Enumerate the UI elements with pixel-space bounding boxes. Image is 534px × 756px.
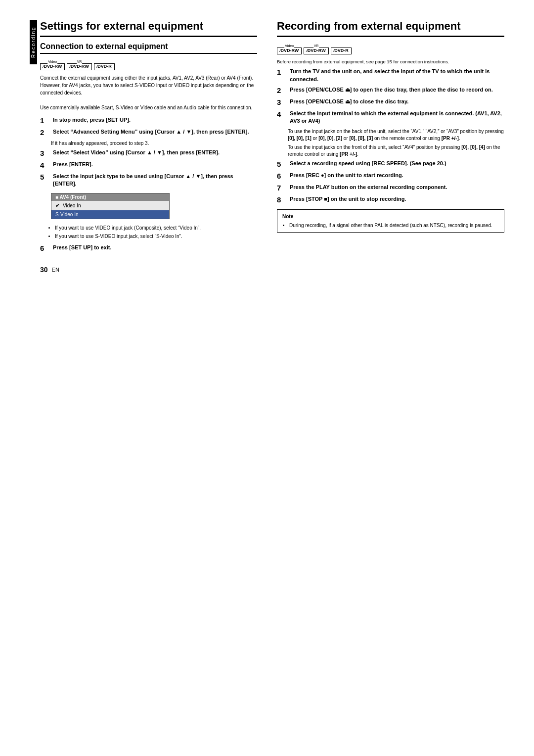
note-list: During recording, if a signal other than… xyxy=(282,222,499,229)
r-step-7-text: Press the PLAY button on the external re… xyxy=(290,184,504,191)
video-jack-bullets: If you want to use VIDEO input jack (Com… xyxy=(55,224,257,240)
dvd-badge-r-top-video: Video xyxy=(284,44,294,48)
step-2-sub: If it has already appeared, proceed to s… xyxy=(51,140,257,147)
dvd-badge-r-wrap-2: VR ⁄DVD-RW xyxy=(304,42,328,54)
r-step-7: 7 Press the PLAY button on the external … xyxy=(277,184,504,192)
left-main: Settings for external equipment Connecti… xyxy=(40,20,257,274)
dvd-badge-label-3: ⁄DVD-R xyxy=(97,64,112,69)
r-step-1-text: Turn the TV and the unit on, and select … xyxy=(290,68,504,83)
step-6: 6 Press [SET UP] to exit. xyxy=(40,244,257,253)
r-step-4-sub2: To use the input jacks on the front of t… xyxy=(288,144,504,158)
r-step-7-num: 7 xyxy=(277,184,288,192)
dvd-badge-wrap-3: ⁄DVD-R xyxy=(94,58,115,70)
dvd-badge-r-dvd-r: ⁄DVD-R xyxy=(331,47,352,54)
step-2-text: Select “Advanced Setting Menu” using [Cu… xyxy=(53,128,257,136)
dvd-badges-right: Video ⁄DVD-RW VR ⁄DVD-RW ⁄DVD-R xyxy=(277,42,504,54)
right-section-title: Recording from external equipment xyxy=(277,20,504,37)
main-section-title: Settings for external equipment xyxy=(40,20,257,37)
r-step-6: 6 Press [REC ●] on the unit to start rec… xyxy=(277,172,504,181)
step-2: 2 Select “Advanced Setting Menu” using [… xyxy=(40,128,257,137)
r-step-5-text: Select a recording speed using [REC SPEE… xyxy=(290,160,504,167)
bullet-video-in: If you want to use VIDEO input jack (Com… xyxy=(55,224,257,232)
r-step-2: 2 Press [OPEN/CLOSE ⏏] to open the disc … xyxy=(277,86,504,95)
dvd-badge-r-label-2: ⁄DVD-RW xyxy=(307,48,325,53)
step-5-num: 5 xyxy=(40,173,51,182)
intro-text: Connect the external equipment using eit… xyxy=(40,74,257,111)
step-6-text: Press [SET UP] to exit. xyxy=(53,244,257,251)
dvd-badge-r-vr-rw: VR ⁄DVD-RW xyxy=(304,47,328,54)
dvd-badge-label-2: ⁄DVD-RW xyxy=(70,64,89,69)
step-5-text: Select the input jack type to be used us… xyxy=(53,173,257,188)
r-step-4-sub1: To use the input jacks on the back of th… xyxy=(288,128,504,142)
r-step-8: 8 Press [STOP ■] on the unit to stop rec… xyxy=(277,195,504,204)
page: Recording Settings for external equipmen… xyxy=(0,0,534,756)
step-1-text: In stop mode, press [SET UP]. xyxy=(53,116,257,124)
dvd-badge-top-video: Video xyxy=(47,60,57,64)
r-step-3-num: 3 xyxy=(277,98,288,107)
sub-section-title: Connection to external equipment xyxy=(40,42,257,54)
r-step-4: 4 Select the input terminal to which the… xyxy=(277,110,504,125)
step-3-text: Select “Select Video” using [Cursor ▲ / … xyxy=(53,149,257,156)
page-num-value: 30 xyxy=(40,266,48,274)
side-label: Recording xyxy=(30,20,37,64)
r-step-2-num: 2 xyxy=(277,86,288,95)
dvd-badge-r-wrap-1: Video ⁄DVD-RW xyxy=(277,42,302,54)
r-step-1: 1 Turn the TV and the unit on, and selec… xyxy=(277,68,504,83)
screen-item-video-label: Video In xyxy=(63,203,81,208)
page-number: 30 EN xyxy=(40,256,257,274)
screen-mockup: ■ AV4 (Front) ✔ Video In S-Video In xyxy=(51,193,170,219)
right-column: Recording from external equipment Video … xyxy=(277,20,504,736)
dvd-badge-vr-rw: VR ⁄DVD-RW xyxy=(67,63,91,70)
r-step-6-text: Press [REC ●] on the unit to start recor… xyxy=(290,172,504,179)
dvd-badge-r-wrap-3: ⁄DVD-R xyxy=(331,42,352,54)
bullet-svideo-in: If you want to use S-VIDEO input jack, s… xyxy=(55,233,257,240)
step-4-num: 4 xyxy=(40,161,51,170)
dvd-badge-wrap-2: VR ⁄DVD-RW xyxy=(67,58,91,70)
two-column-layout: Recording Settings for external equipmen… xyxy=(30,20,504,736)
step-2-num: 2 xyxy=(40,128,51,137)
r-step-3-text: Press [OPEN/CLOSE ⏏] to close the disc t… xyxy=(290,98,504,105)
dvd-badge-r-label-1: ⁄DVD-RW xyxy=(280,48,299,53)
checkmark-icon: ✔ xyxy=(55,202,60,209)
dvd-badge-wrap-1: Video ⁄DVD-RW xyxy=(40,58,65,70)
dvd-badge-video-rw: Video ⁄DVD-RW xyxy=(40,63,65,70)
step-6-num: 6 xyxy=(40,244,51,253)
step-4-text: Press [ENTER]. xyxy=(53,161,257,168)
r-step-1-num: 1 xyxy=(277,68,288,77)
r-step-5-num: 5 xyxy=(277,160,288,169)
screen-title: ■ AV4 (Front) xyxy=(51,193,169,201)
r-step-4-num: 4 xyxy=(277,110,288,119)
note-item-1: During recording, if a signal other than… xyxy=(289,222,499,229)
dvd-badge-r-label-3: ⁄DVD-R xyxy=(334,48,349,53)
dvd-badge-r: ⁄DVD-R xyxy=(94,63,115,70)
screen-item-video-in: ✔ Video In xyxy=(51,201,169,210)
step-4: 4 Press [ENTER]. xyxy=(40,161,257,170)
dvd-badges-left: Video ⁄DVD-RW VR ⁄DVD-RW xyxy=(40,58,257,70)
r-step-2-text: Press [OPEN/CLOSE ⏏] to open the disc tr… xyxy=(290,86,504,94)
right-intro: Before recording from external equipment… xyxy=(277,58,504,65)
page-num-en: EN xyxy=(52,267,59,273)
dvd-badge-r-video-rw: Video ⁄DVD-RW xyxy=(277,47,302,54)
step-5: 5 Select the input jack type to be used … xyxy=(40,173,257,188)
dvd-badge-top-vr: VR xyxy=(77,60,83,64)
dvd-badge-label-1: ⁄DVD-RW xyxy=(43,64,62,69)
r-step-4-text: Select the input terminal to which the e… xyxy=(290,110,504,125)
screen-item-svideo-label: S-Video In xyxy=(55,212,79,217)
r-step-3: 3 Press [OPEN/CLOSE ⏏] to close the disc… xyxy=(277,98,504,107)
left-column: Recording Settings for external equipmen… xyxy=(30,20,257,736)
r-step-8-num: 8 xyxy=(277,195,288,204)
note-box: Note During recording, if a signal other… xyxy=(277,209,504,233)
note-title: Note xyxy=(282,213,499,220)
dvd-badge-r-top-vr: VR xyxy=(313,44,319,48)
step-3-num: 3 xyxy=(40,149,51,158)
r-step-5: 5 Select a recording speed using [REC SP… xyxy=(277,160,504,169)
r-step-6-num: 6 xyxy=(277,172,288,181)
step-3: 3 Select “Select Video” using [Cursor ▲ … xyxy=(40,149,257,158)
r-step-8-text: Press [STOP ■] on the unit to stop recor… xyxy=(290,195,504,203)
screen-item-svideo-in: S-Video In xyxy=(51,210,169,219)
step-1: 1 In stop mode, press [SET UP]. xyxy=(40,116,257,125)
step-1-num: 1 xyxy=(40,116,51,125)
